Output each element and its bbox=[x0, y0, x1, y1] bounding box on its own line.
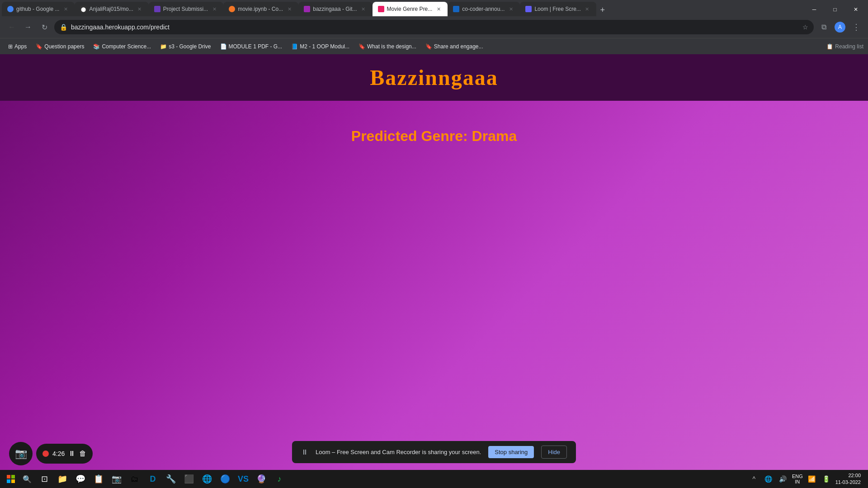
bookmark-icon-module1: 📄 bbox=[220, 43, 227, 50]
taskbar-icon-tool[interactable]: 🔧 bbox=[163, 471, 179, 487]
taskbar-icon-vs[interactable]: VS bbox=[235, 471, 251, 487]
tab-close-anjali[interactable]: ✕ bbox=[136, 5, 143, 13]
tab-favicon-co-coder bbox=[453, 6, 459, 12]
bookmark-module1[interactable]: 📄 MODULE 1 PDF - G... bbox=[217, 42, 286, 51]
tab-close-project[interactable]: ✕ bbox=[211, 5, 218, 13]
bookmark-label-m2: M2 - 1 OOP Modul... bbox=[300, 43, 349, 50]
tab-google[interactable]: github - Google ... ✕ bbox=[2, 2, 75, 16]
tab-favicon-movie-genre bbox=[378, 6, 384, 12]
bookmark-label-share: Share and engage... bbox=[434, 43, 483, 50]
taskbar-icon-spotify[interactable]: ♪ bbox=[271, 471, 288, 487]
sharing-pause-icon: ⏸ bbox=[301, 448, 308, 456]
bookmark-label-module1: MODULE 1 PDF - G... bbox=[229, 43, 283, 50]
wifi-icon[interactable]: 📶 bbox=[807, 474, 817, 484]
taskbar-icon-app1[interactable]: 📋 bbox=[90, 471, 107, 487]
taskbar-icon-misc1[interactable]: 🔮 bbox=[253, 471, 269, 487]
clock-date: 11-03-2022 bbox=[835, 479, 861, 486]
bookmark-icon-design: 🔖 bbox=[359, 43, 365, 50]
taskbar-icon-teams[interactable]: 💬 bbox=[72, 471, 89, 487]
menu-icon[interactable]: ⋮ bbox=[850, 21, 863, 33]
start-button[interactable] bbox=[4, 472, 18, 486]
recording-indicator bbox=[42, 450, 49, 457]
loom-recording-widget: 📷 4:26 ⏸ 🗑 bbox=[9, 442, 93, 465]
taskbar-icon-camera[interactable]: 📷 bbox=[108, 471, 125, 487]
predicted-genre-value: Drama bbox=[472, 128, 517, 144]
bookmark-design[interactable]: 🔖 What is the design... bbox=[355, 42, 420, 51]
search-icon: 🔍 bbox=[23, 475, 32, 483]
taskbar-icon-terminal[interactable]: ⬛ bbox=[181, 471, 197, 487]
tab-movie-ipynb[interactable]: movie.ipynb - Co... ✕ bbox=[223, 2, 298, 16]
close-button[interactable]: ✕ bbox=[845, 3, 866, 16]
tab-label-google: github - Google ... bbox=[16, 6, 59, 12]
bookmark-computer-science[interactable]: 📚 Computer Science... bbox=[90, 42, 155, 51]
predicted-genre-label: Predicted Genre: bbox=[351, 128, 468, 144]
forward-button[interactable]: → bbox=[22, 21, 34, 33]
extensions-icon[interactable]: ⧉ bbox=[817, 21, 830, 33]
tab-bazzingaaa-git[interactable]: bazzingaaa - Git... ✕ bbox=[298, 2, 372, 16]
stop-sharing-button[interactable]: Stop sharing bbox=[488, 446, 534, 458]
tab-bar: github - Google ... ✕ ⬤ AnjaliRaj015/mo.… bbox=[0, 0, 868, 16]
apps-label: Apps bbox=[14, 43, 27, 50]
address-bar[interactable]: 🔒 bazzingaaa.herokuapp.com/predict ☆ bbox=[54, 20, 814, 34]
taskbar-icon-browser[interactable]: 🌐 bbox=[199, 471, 215, 487]
taskbar-file-explorer[interactable]: 📁 bbox=[54, 471, 71, 487]
reload-button[interactable]: ↻ bbox=[38, 21, 51, 33]
tab-close-loom[interactable]: ✕ bbox=[584, 5, 591, 13]
tab-co-coder[interactable]: co-coder-annou... ✕ bbox=[448, 2, 520, 16]
taskbar-icon-chrome[interactable]: 🔵 bbox=[217, 471, 233, 487]
tab-close-movie-genre[interactable]: ✕ bbox=[435, 5, 442, 13]
tab-favicon-anjali: ⬤ bbox=[80, 6, 86, 12]
bookmark-share[interactable]: 🔖 Share and engage... bbox=[422, 42, 487, 51]
network-icon[interactable]: 🌐 bbox=[763, 474, 774, 484]
volume-icon[interactable]: 🔊 bbox=[778, 474, 788, 484]
loom-camera-button[interactable]: 📷 bbox=[9, 442, 33, 465]
lock-icon: 🔒 bbox=[60, 23, 67, 31]
taskbar-right: ^ 🌐 🔊 ENGIN 📶 🔋 22:00 11-03-2022 bbox=[745, 472, 864, 486]
taskbar-search-button[interactable]: 🔍 bbox=[20, 472, 34, 486]
bookmark-m2[interactable]: 📘 M2 - 1 OOP Modul... bbox=[288, 42, 353, 51]
reading-list-button[interactable]: 📋 Reading list bbox=[826, 43, 863, 50]
tab-close-bazzingaaa-git[interactable]: ✕ bbox=[360, 5, 367, 13]
minimize-button[interactable]: ─ bbox=[804, 3, 825, 16]
taskbar-task-view[interactable]: ⊡ bbox=[36, 471, 52, 487]
reading-list-label: Reading list bbox=[835, 43, 863, 50]
tab-anjali[interactable]: ⬤ AnjaliRaj015/mo... ✕ bbox=[75, 2, 148, 16]
profile-icon[interactable]: A bbox=[834, 21, 846, 33]
new-tab-button[interactable]: + bbox=[596, 4, 609, 16]
tab-close-google[interactable]: ✕ bbox=[62, 5, 69, 13]
bookmark-label-design: What is the design... bbox=[367, 43, 416, 50]
system-tray-expand[interactable]: ^ bbox=[749, 474, 760, 484]
tab-favicon-google bbox=[7, 6, 14, 12]
back-button[interactable]: ← bbox=[5, 21, 18, 33]
nav-bar: ← → ↻ 🔒 bazzingaaa.herokuapp.com/predict… bbox=[0, 16, 868, 38]
loom-delete-button[interactable]: 🗑 bbox=[79, 450, 86, 458]
tab-favicon-bazzingaaa-git bbox=[304, 6, 310, 12]
loom-timer: 4:26 bbox=[52, 450, 65, 457]
page-body: Predicted Genre: Drama bbox=[0, 101, 868, 470]
taskbar-icon-files[interactable]: 🗂 bbox=[127, 471, 143, 487]
tab-label-movie-genre: Movie Genre Pre... bbox=[387, 6, 433, 12]
tab-label-loom: Loom | Free Scre... bbox=[534, 6, 581, 12]
svg-rect-3 bbox=[11, 479, 15, 483]
tab-close-co-coder[interactable]: ✕ bbox=[507, 5, 514, 13]
loom-pause-button[interactable]: ⏸ bbox=[68, 450, 75, 458]
tab-favicon-jupyter bbox=[229, 6, 235, 12]
battery-icon[interactable]: 🔋 bbox=[821, 474, 832, 484]
bookmark-s3[interactable]: 📁 s3 - Google Drive bbox=[156, 42, 214, 51]
bookmarks-bar: ⊞ Apps 🔖 Question papers 📚 Computer Scie… bbox=[0, 38, 868, 54]
tab-close-jupyter[interactable]: ✕ bbox=[286, 5, 293, 13]
hide-sharing-button[interactable]: Hide bbox=[541, 446, 567, 459]
bookmark-question-papers[interactable]: 🔖 Question papers bbox=[32, 42, 88, 51]
language-indicator[interactable]: ENGIN bbox=[792, 474, 803, 484]
tab-loom[interactable]: Loom | Free Scre... ✕ bbox=[520, 2, 596, 16]
tab-movie-genre[interactable]: Movie Genre Pre... ✕ bbox=[373, 2, 448, 16]
tab-project[interactable]: Project Submissi... ✕ bbox=[149, 2, 223, 16]
tab-label-bazzingaaa-git: bazzingaaa - Git... bbox=[313, 6, 357, 12]
star-icon[interactable]: ☆ bbox=[802, 23, 808, 31]
bookmark-apps[interactable]: ⊞ Apps bbox=[5, 42, 30, 51]
bookmark-icon-cs: 📚 bbox=[93, 43, 100, 50]
tab-label-co-coder: co-coder-annou... bbox=[462, 6, 505, 12]
taskbar-icon-dell[interactable]: D bbox=[145, 471, 161, 487]
maximize-button[interactable]: □ bbox=[825, 3, 845, 16]
reading-list-icon: 📋 bbox=[826, 43, 833, 50]
